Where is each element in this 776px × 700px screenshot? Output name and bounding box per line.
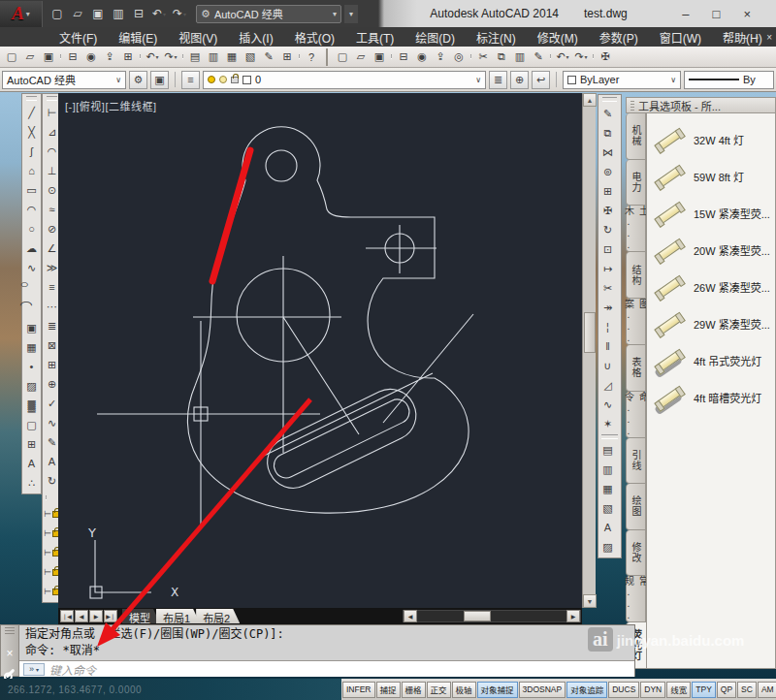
send-to-back-icon[interactable]: ▥ bbox=[599, 460, 616, 479]
menu-parametric[interactable]: 参数(P) bbox=[589, 27, 649, 48]
viewport-controls[interactable]: [-][俯视][二维线框] bbox=[65, 98, 157, 113]
bring-above-objects-icon[interactable]: ▦ bbox=[599, 479, 616, 498]
erase-icon[interactable]: ✎ bbox=[599, 104, 616, 123]
next-tab-button[interactable]: ▶ bbox=[89, 610, 103, 622]
menu-modify[interactable]: 修改(M) bbox=[527, 27, 589, 48]
polyline-icon[interactable]: ʃ bbox=[23, 142, 40, 161]
hatch-to-back-icon[interactable]: ▨ bbox=[599, 537, 616, 557]
send-under-objects-icon[interactable]: ▧ bbox=[599, 498, 616, 518]
layer-combo[interactable]: 0 ∨ bbox=[203, 71, 486, 89]
plot-icon[interactable]: ⊟ bbox=[395, 48, 412, 65]
layer-properties-button[interactable]: ≡ bbox=[181, 71, 200, 89]
menu-dimension[interactable]: 标注(N) bbox=[466, 27, 527, 48]
circle-icon[interactable]: ○ bbox=[23, 219, 40, 239]
palette-tab-command[interactable]: 命令... bbox=[626, 392, 646, 438]
doc-close-button[interactable]: × bbox=[766, 32, 772, 43]
toolbar-grip[interactable] bbox=[47, 96, 57, 101]
scrollbar-thumb[interactable] bbox=[584, 312, 596, 353]
palette-item-lamp-pendant[interactable]: 4ft 吊式荧光灯 bbox=[647, 342, 775, 379]
tab-layout2[interactable]: 布局2 bbox=[196, 609, 240, 623]
spline-icon[interactable]: ∿ bbox=[23, 258, 40, 277]
workspace-dropdown[interactable]: ⚙ AutoCAD 经典 ▾ bbox=[196, 5, 341, 23]
table-icon[interactable]: ⊞ bbox=[23, 434, 40, 454]
command-window-titlebar[interactable]: × bbox=[0, 624, 19, 677]
doc-restore-button[interactable]: ▫ bbox=[756, 32, 760, 43]
break-at-point-icon[interactable]: ¦ bbox=[599, 317, 616, 336]
trim-icon[interactable]: ✂ bbox=[599, 278, 616, 298]
paste-icon[interactable]: ▥ bbox=[511, 48, 529, 65]
last-tab-button[interactable]: ▶❘ bbox=[104, 610, 117, 622]
command-prompt-icon[interactable]: »▾ bbox=[23, 663, 45, 676]
undo-icon[interactable]: ↶▾ bbox=[554, 48, 571, 65]
menu-edit[interactable]: 编辑(E) bbox=[108, 27, 168, 48]
plot-preview-icon[interactable]: ◉ bbox=[82, 48, 100, 65]
palette-tab-electrical[interactable]: 电力 bbox=[626, 160, 646, 207]
minimize-button[interactable]: – bbox=[682, 7, 689, 21]
scroll-down-icon[interactable]: ▼ bbox=[583, 594, 597, 608]
palette-tab-draw[interactable]: 绘图 bbox=[626, 484, 646, 530]
toggle-ducs[interactable]: DUCS bbox=[608, 682, 639, 698]
menu-view[interactable]: 视图(V) bbox=[168, 27, 228, 48]
open-icon[interactable]: ▱ bbox=[21, 48, 39, 65]
qnew-icon[interactable]: ▢ bbox=[48, 5, 66, 22]
redo-icon[interactable]: ↷▾ bbox=[171, 5, 188, 22]
scale-icon[interactable]: ⊡ bbox=[599, 239, 616, 259]
palette-tab-general[interactable]: 常规... bbox=[626, 576, 646, 622]
help-icon[interactable]: ? bbox=[303, 48, 320, 65]
hatch-icon[interactable]: ▨ bbox=[23, 376, 40, 396]
model-space[interactable]: Y X bbox=[58, 93, 582, 608]
bring-to-front-icon[interactable]: ▤ bbox=[599, 440, 616, 460]
properties-palette-icon[interactable]: ▤ bbox=[186, 48, 204, 65]
toolbar-grip[interactable] bbox=[602, 97, 617, 102]
drawing-canvas[interactable]: Y X [-][俯视][二维线框] bbox=[58, 93, 582, 608]
publish-icon[interactable]: ⇪ bbox=[432, 48, 449, 65]
plot-icon[interactable]: ⊟ bbox=[130, 5, 147, 22]
close-icon[interactable]: × bbox=[6, 647, 13, 660]
palette-item-lamp-32w[interactable]: 32W 4ft 灯 bbox=[647, 121, 775, 158]
toggle-qp[interactable]: QP bbox=[717, 682, 736, 698]
wrench-icon[interactable] bbox=[5, 669, 15, 679]
copy-icon[interactable]: ⧉ bbox=[599, 123, 616, 143]
sheet-set-manager-icon[interactable]: ▧ bbox=[242, 48, 259, 65]
design-center-icon[interactable]: ▥ bbox=[205, 48, 222, 65]
layer-states-button[interactable]: ≣ bbox=[489, 71, 507, 89]
palette-tab-leaders[interactable]: 引线 bbox=[626, 438, 646, 485]
toggle-polar[interactable]: 极轴 bbox=[452, 682, 476, 698]
rotate-icon[interactable]: ↻ bbox=[599, 220, 616, 239]
canvas-horizontal-scrollbar[interactable]: ◀ ▶ bbox=[403, 610, 581, 622]
open-icon[interactable]: ▱ bbox=[69, 5, 86, 22]
blend-curves-icon[interactable]: ∿ bbox=[599, 395, 616, 414]
polygon-icon[interactable]: ⌂ bbox=[23, 161, 40, 180]
palette-tab-modify[interactable]: 修改 bbox=[626, 530, 646, 577]
first-tab-button[interactable]: ❘◀ bbox=[60, 610, 74, 622]
open-icon[interactable]: ▱ bbox=[352, 48, 370, 65]
save-as-icon[interactable]: ▥ bbox=[110, 5, 127, 22]
save-icon[interactable]: ▣ bbox=[40, 48, 57, 65]
toggle-grid[interactable]: 栅格 bbox=[402, 682, 426, 698]
break-icon[interactable]: ‖ bbox=[599, 336, 616, 356]
region-icon[interactable]: ▢ bbox=[23, 415, 40, 434]
toolbar-grip[interactable] bbox=[601, 434, 618, 439]
menu-insert[interactable]: 插入(I) bbox=[228, 27, 283, 48]
offset-icon[interactable]: ⊚ bbox=[599, 162, 616, 181]
qnew-icon[interactable]: ▢ bbox=[334, 48, 351, 65]
plot-preview-icon[interactable]: ◉ bbox=[413, 48, 431, 65]
toolbar-grip[interactable] bbox=[26, 96, 37, 101]
layer-previous-button[interactable]: ↩ bbox=[532, 71, 550, 89]
close-button[interactable]: × bbox=[743, 7, 751, 21]
line-icon[interactable]: ╱ bbox=[23, 103, 40, 122]
palette-tab-tables[interactable]: 表格 bbox=[626, 345, 646, 392]
palette-item-lamp-26w[interactable]: 26W 紧凑型荧... bbox=[647, 269, 775, 305]
save-icon[interactable]: ▣ bbox=[89, 5, 107, 22]
maximize-button[interactable]: □ bbox=[713, 7, 721, 21]
rectangle-icon[interactable]: ▭ bbox=[23, 180, 40, 200]
palette-item-lamp-59w[interactable]: 59W 8ft 灯 bbox=[647, 158, 775, 195]
plot-icon[interactable]: ⊟ bbox=[64, 48, 81, 65]
undo-icon[interactable]: ↶▾ bbox=[150, 5, 168, 22]
tool-palette-titlebar[interactable]: 工具选项板 - 所... bbox=[626, 97, 776, 113]
tab-layout1[interactable]: 布局1 bbox=[156, 609, 200, 623]
workspace-settings-button[interactable]: ⚙ bbox=[129, 71, 147, 89]
linetype-combo[interactable]: By bbox=[684, 71, 774, 89]
toggle-sc[interactable]: SC bbox=[737, 682, 757, 698]
palette-tab-civil[interactable]: 土木... bbox=[626, 206, 646, 252]
